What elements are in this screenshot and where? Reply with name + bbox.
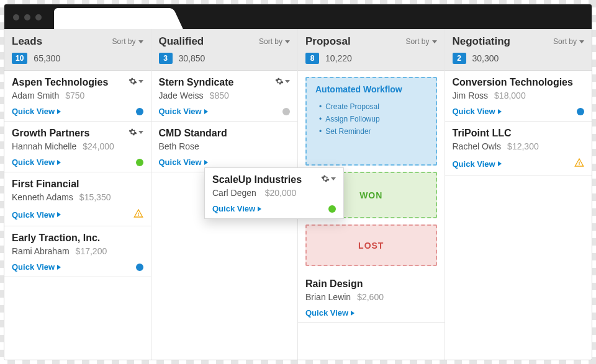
card-contact: Brian Lewin <box>305 292 351 302</box>
deal-card[interactable]: TriPoint LLCRachel Owls$12,300Quick View <box>445 122 592 175</box>
status-dot <box>136 159 143 166</box>
card-contact: Rami Abraham <box>12 246 70 256</box>
sort-by-button[interactable]: Sort by <box>259 37 290 46</box>
column-title: Leads <box>12 35 42 48</box>
card-value: $20,000 <box>265 188 297 198</box>
deal-card[interactable]: Rain DesignBrian Lewin$2,600Quick View <box>298 272 445 323</box>
caret-down-icon <box>579 40 584 43</box>
status-dot <box>577 108 584 115</box>
column-header: LeadsSort by 1065,300 <box>4 29 151 71</box>
card-list: Aspen TechnologiesAdam Smith$750Quick Vi… <box>4 71 151 277</box>
count-badge: 2 <box>453 53 466 64</box>
card-contact: Hannah Michelle <box>12 141 76 151</box>
workflow-item: Set Reminder <box>319 125 427 138</box>
sort-by-button[interactable]: Sort by <box>112 37 143 46</box>
play-icon <box>57 160 61 165</box>
card-contact: Jade Weiss <box>159 91 204 100</box>
column-total: 65,300 <box>34 53 60 63</box>
play-icon <box>57 109 61 114</box>
card-value: $2,600 <box>357 292 384 302</box>
deal-card[interactable]: CMD StandardBeth RoseQuick View <box>151 122 298 172</box>
quick-view-link[interactable]: Quick View <box>159 107 208 116</box>
deal-card[interactable]: Early Traction, Inc.Rami Abraham$17,200Q… <box>4 226 151 277</box>
card-list: Conversion TechnologiesJim Ross$18,000Qu… <box>445 71 592 175</box>
card-contact: Beth Rose <box>159 141 199 151</box>
column-leads: LeadsSort by 1065,300Aspen TechnologiesA… <box>4 29 151 360</box>
column-title: Proposal <box>305 35 351 48</box>
card-value: $750 <box>65 91 84 100</box>
card-company: CMD Standard <box>159 128 227 139</box>
quick-view-link[interactable]: Quick View <box>12 210 61 220</box>
card-value: $15,350 <box>79 192 111 202</box>
titlebar <box>4 4 592 29</box>
deal-card[interactable]: Growth PartnersHannah Michelle$24,000Qui… <box>4 122 151 172</box>
gear-icon[interactable] <box>275 77 290 86</box>
workflow-dropzone[interactable]: Automated WorkflowCreate ProposalAssign … <box>305 77 437 166</box>
column-header: QualifiedSort by 330,850 <box>151 29 298 71</box>
quick-view-link[interactable]: Quick View <box>12 158 61 167</box>
column-title: Qualified <box>159 35 204 48</box>
quick-view-link[interactable]: Quick View <box>453 107 502 116</box>
caret-down-icon <box>331 177 336 180</box>
play-icon <box>57 212 61 217</box>
caret-down-icon <box>432 40 437 43</box>
workflow-title: Automated Workflow <box>315 84 427 94</box>
card-company: ScaleUp Industries <box>212 174 302 185</box>
count-badge: 3 <box>159 53 173 64</box>
workflow-item: Assign Followup <box>319 113 427 125</box>
card-company: Rain Design <box>305 278 363 290</box>
lost-dropzone[interactable]: LOST <box>305 224 437 266</box>
caret-down-icon <box>285 80 290 83</box>
column-total: 30,300 <box>472 53 499 63</box>
caret-down-icon <box>285 40 290 43</box>
card-list: Stern SyndicateJade Weiss$850Quick View … <box>151 71 298 172</box>
card-company: Early Traction, Inc. <box>12 233 100 244</box>
count-badge: 10 <box>12 53 27 64</box>
play-icon <box>258 206 261 211</box>
status-dot <box>136 264 143 271</box>
sort-by-button[interactable]: Sort by <box>553 37 584 46</box>
status-dot <box>282 108 290 115</box>
deal-card[interactable]: Stern SyndicateJade Weiss$850Quick View <box>151 71 298 122</box>
deal-card[interactable]: Conversion TechnologiesJim Ross$18,000Qu… <box>445 71 592 122</box>
card-company: Growth Partners <box>12 128 89 139</box>
play-icon <box>498 109 502 114</box>
card-contact: Adam Smith <box>12 91 59 100</box>
quick-view-link[interactable]: Quick View <box>212 204 261 213</box>
card-company: TriPoint LLC <box>453 128 512 139</box>
column-total: 30,850 <box>179 53 205 63</box>
card-company: Conversion Technologies <box>453 77 573 88</box>
count-badge: 8 <box>305 53 319 64</box>
play-icon <box>57 265 61 270</box>
browser-tab[interactable] <box>54 8 172 29</box>
card-contact: Rachel Owls <box>453 141 502 151</box>
traffic-lights <box>4 14 42 29</box>
deal-card[interactable]: Aspen TechnologiesAdam Smith$750Quick Vi… <box>4 71 151 122</box>
card-company: First Financial <box>12 179 79 190</box>
quick-view-link[interactable]: Quick View <box>305 308 354 317</box>
caret-down-icon <box>138 131 143 134</box>
gear-icon[interactable] <box>129 128 143 136</box>
play-icon <box>351 311 354 316</box>
quick-view-link[interactable]: Quick View <box>12 262 61 272</box>
dragging-card[interactable]: ScaleUp Industries Carl Degen $20,000 Qu… <box>204 167 344 219</box>
caret-down-icon <box>138 80 143 83</box>
sort-by-button[interactable]: Sort by <box>405 37 436 46</box>
column-negotiating: NegotiatingSort by 230,300Conversion Tec… <box>445 29 592 360</box>
gear-icon[interactable] <box>321 174 336 183</box>
quick-view-link[interactable]: Quick View <box>453 159 502 169</box>
quick-view-link[interactable]: Quick View <box>159 158 208 167</box>
status-dot <box>136 108 143 115</box>
card-contact: Carl Degen <box>212 188 256 198</box>
deal-card[interactable]: First FinancialKenneth Adams$15,350Quick… <box>4 172 151 226</box>
gear-icon[interactable] <box>129 77 143 86</box>
caret-down-icon <box>138 40 143 43</box>
workflow-item: Create Proposal <box>319 100 427 113</box>
status-dot <box>328 205 336 213</box>
play-icon <box>204 160 208 165</box>
play-icon <box>498 161 502 166</box>
quick-view-link[interactable]: Quick View <box>12 107 61 116</box>
card-value: $18,000 <box>494 91 526 100</box>
card-value: $850 <box>210 91 229 100</box>
card-value: $24,000 <box>83 141 114 151</box>
